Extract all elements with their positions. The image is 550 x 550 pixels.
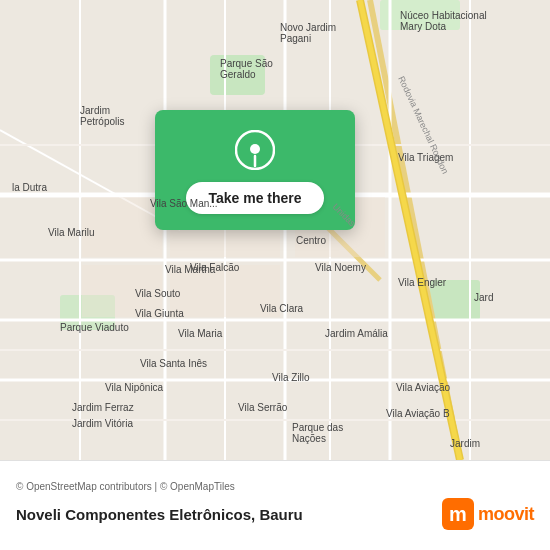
map-container: Take me there Novo JardimPagani Núceo Ha… xyxy=(0,0,550,460)
svg-rect-25 xyxy=(82,197,162,257)
moovit-icon: m xyxy=(442,498,474,530)
bottom-row: Noveli Componentes Eletrônicos, Bauru m … xyxy=(16,498,534,530)
attribution-text: © OpenStreetMap contributors | © OpenMap… xyxy=(16,481,534,492)
svg-rect-29 xyxy=(170,265,280,317)
bottom-bar: © OpenStreetMap contributors | © OpenMap… xyxy=(0,460,550,550)
svg-rect-2 xyxy=(210,55,265,95)
svg-rect-4 xyxy=(430,280,480,320)
moovit-text: moovit xyxy=(478,504,534,525)
moovit-logo: m moovit xyxy=(442,498,534,530)
location-pin-icon xyxy=(235,130,275,170)
svg-rect-28 xyxy=(82,265,162,317)
svg-text:m: m xyxy=(449,503,467,525)
svg-rect-3 xyxy=(380,0,460,30)
map-background xyxy=(0,0,550,460)
popup-card: Take me there xyxy=(155,110,355,230)
svg-point-31 xyxy=(250,144,260,154)
place-name: Noveli Componentes Eletrônicos, Bauru xyxy=(16,506,303,523)
take-me-there-button[interactable]: Take me there xyxy=(186,182,323,214)
